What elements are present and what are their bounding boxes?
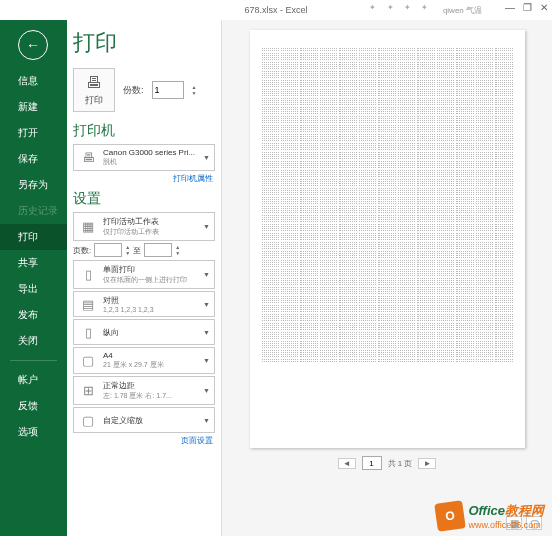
window-controls: — ❐ ✕ bbox=[505, 2, 548, 13]
page-setup-link[interactable]: 页面设置 bbox=[73, 435, 213, 446]
settings-section-title: 设置 bbox=[73, 190, 215, 208]
collate-dropdown[interactable]: ▤ 对照 1,2,3 1,2,3 1,2,3 ▼ bbox=[73, 291, 215, 317]
sheet-icon: ▦ bbox=[78, 219, 98, 234]
printer-section-title: 打印机 bbox=[73, 122, 215, 140]
show-margins-button[interactable]: ▦ bbox=[506, 516, 522, 530]
pages-range: 页数: ▲▼ 至 ▲▼ bbox=[73, 243, 215, 257]
nav-history: 历史记录 bbox=[0, 198, 67, 224]
paper-icon: ▢ bbox=[78, 353, 98, 368]
pages-to-label: 至 bbox=[133, 245, 141, 256]
nav-account[interactable]: 帐户 bbox=[0, 367, 67, 393]
copies-label: 份数: bbox=[123, 84, 144, 97]
title-bar: ✦ ✦ ✦ ✦ 678.xlsx - Excel qiwen 气温 — ❐ ✕ bbox=[0, 0, 552, 20]
scale-icon: ▢ bbox=[78, 413, 98, 428]
chevron-down-icon: ▼ bbox=[203, 387, 210, 394]
orientation-dropdown[interactable]: ▯ 纵向 ▼ bbox=[73, 319, 215, 345]
window-title: 678.xlsx - Excel bbox=[244, 5, 307, 15]
close-button[interactable]: ✕ bbox=[540, 2, 548, 13]
current-page-input[interactable] bbox=[362, 456, 382, 470]
nav-share[interactable]: 共享 bbox=[0, 250, 67, 276]
printer-status-icon: 🖶 bbox=[78, 150, 98, 165]
minimize-button[interactable]: — bbox=[505, 2, 515, 13]
nav-saveas[interactable]: 另存为 bbox=[0, 172, 67, 198]
zoom-to-page-button[interactable]: ▢ bbox=[526, 516, 542, 530]
restore-button[interactable]: ❐ bbox=[523, 2, 532, 13]
nav-open[interactable]: 打开 bbox=[0, 120, 67, 146]
nav-new[interactable]: 新建 bbox=[0, 94, 67, 120]
page-icon: ▯ bbox=[78, 267, 98, 282]
nav-save[interactable]: 保存 bbox=[0, 146, 67, 172]
copies-input[interactable] bbox=[152, 81, 184, 99]
prev-page-button[interactable]: ◄ bbox=[338, 458, 356, 469]
pages-from-input[interactable] bbox=[94, 243, 122, 257]
print-preview-area: ◄ 共 1 页 ► ▦ ▢ bbox=[222, 20, 552, 536]
chevron-down-icon: ▼ bbox=[203, 154, 210, 161]
nav-close[interactable]: 关闭 bbox=[0, 328, 67, 354]
chevron-down-icon: ▼ bbox=[203, 301, 210, 308]
pages-to-input[interactable] bbox=[144, 243, 172, 257]
margins-icon: ⊞ bbox=[78, 383, 98, 398]
paper-size-dropdown[interactable]: ▢ A4 21 厘米 x 29.7 厘米 ▼ bbox=[73, 347, 215, 374]
nav-feedback[interactable]: 反馈 bbox=[0, 393, 67, 419]
printer-icon: 🖶 bbox=[86, 74, 102, 92]
chevron-down-icon: ▼ bbox=[203, 329, 210, 336]
printer-properties-link[interactable]: 打印机属性 bbox=[73, 173, 213, 184]
print-settings-panel: 打印 🖶 打印 份数: ▲▼ 打印机 🖶 Canon G3000 series … bbox=[67, 20, 222, 536]
copies-spinner[interactable]: ▲▼ bbox=[192, 84, 197, 96]
sides-dropdown[interactable]: ▯ 单面打印 仅在纸面的一侧上进行打印 ▼ bbox=[73, 260, 215, 289]
printer-dropdown[interactable]: 🖶 Canon G3000 series Pri... 脱机 ▼ bbox=[73, 144, 215, 171]
back-button[interactable]: ← bbox=[18, 30, 48, 60]
pages-to-spinner[interactable]: ▲▼ bbox=[175, 244, 180, 256]
next-page-button[interactable]: ► bbox=[418, 458, 436, 469]
portrait-icon: ▯ bbox=[78, 325, 98, 340]
nav-info[interactable]: 信息 bbox=[0, 68, 67, 94]
preview-page bbox=[250, 30, 525, 448]
print-what-dropdown[interactable]: ▦ 打印活动工作表 仅打印活动工作表 ▼ bbox=[73, 212, 215, 241]
backstage-sidebar: ← 信息 新建 打开 保存 另存为 历史记录 打印 共享 导出 发布 关闭 帐户… bbox=[0, 20, 67, 536]
printer-name: Canon G3000 series Pri... bbox=[103, 148, 198, 157]
nav-options[interactable]: 选项 bbox=[0, 419, 67, 445]
user-name: qiwen 气温 bbox=[443, 5, 482, 16]
nav-print[interactable]: 打印 bbox=[0, 224, 67, 250]
collate-icon: ▤ bbox=[78, 297, 98, 312]
page-of-label: 共 1 页 bbox=[388, 458, 413, 469]
margins-dropdown[interactable]: ⊞ 正常边距 左: 1.78 厘米 右: 1.7... ▼ bbox=[73, 376, 215, 405]
nav-separator bbox=[10, 360, 57, 361]
pages-label: 页数: bbox=[73, 245, 91, 256]
chevron-down-icon: ▼ bbox=[203, 223, 210, 230]
nav-publish[interactable]: 发布 bbox=[0, 302, 67, 328]
print-button-label: 打印 bbox=[85, 94, 103, 107]
decoration-birds: ✦ ✦ ✦ ✦ bbox=[369, 3, 432, 12]
pages-from-spinner[interactable]: ▲▼ bbox=[125, 244, 130, 256]
scaling-dropdown[interactable]: ▢ 自定义缩放 ▼ bbox=[73, 407, 215, 433]
chevron-down-icon: ▼ bbox=[203, 271, 210, 278]
print-button[interactable]: 🖶 打印 bbox=[73, 68, 115, 112]
chevron-down-icon: ▼ bbox=[203, 357, 210, 364]
page-title: 打印 bbox=[73, 28, 215, 58]
page-navigator: ◄ 共 1 页 ► bbox=[338, 456, 437, 470]
nav-export[interactable]: 导出 bbox=[0, 276, 67, 302]
printer-status: 脱机 bbox=[103, 157, 198, 167]
chevron-down-icon: ▼ bbox=[203, 417, 210, 424]
